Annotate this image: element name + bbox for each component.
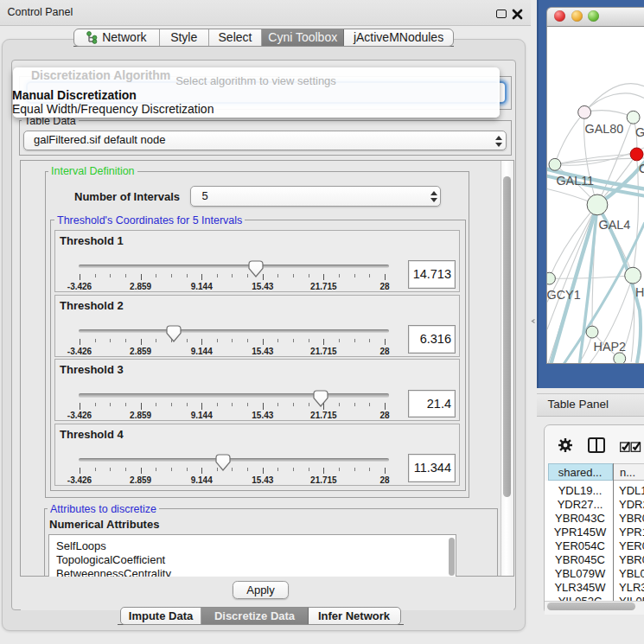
svg-text:GAL11: GAL11 <box>556 173 594 187</box>
svg-text:H: H <box>635 284 644 298</box>
svg-text:GCY1: GCY1 <box>546 287 580 301</box>
svg-text:GAL80: GAL80 <box>584 121 623 135</box>
svg-text:HAP2: HAP2 <box>593 340 626 354</box>
svg-text:GAL4: GAL4 <box>598 217 630 231</box>
svg-text:C: C <box>639 161 644 175</box>
svg-text:GA: GA <box>635 125 644 139</box>
